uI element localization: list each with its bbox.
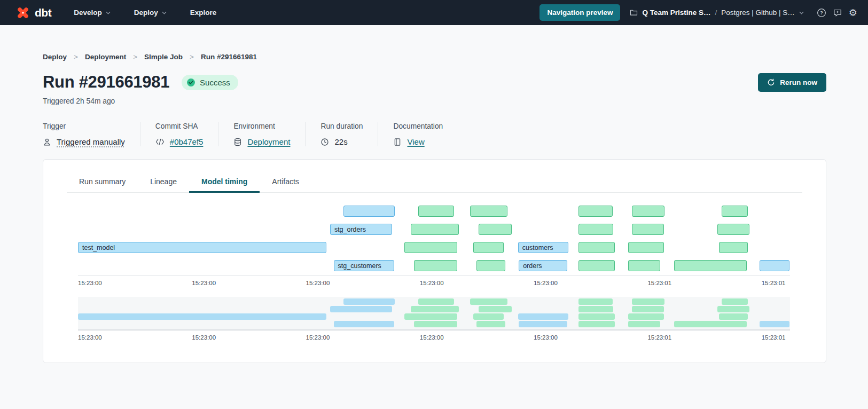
gantt-bar-test[interactable] — [628, 242, 664, 253]
rerun-now-button[interactable]: Rerun now — [758, 73, 826, 92]
model-timing-chart: stg_orderstest_modelcustomersstg_custome… — [78, 206, 790, 344]
gantt-bar-test[interactable] — [719, 242, 748, 253]
breadcrumb-item[interactable]: Deploy — [43, 53, 67, 61]
gantt-bar-test[interactable] — [479, 224, 511, 235]
menu-item-explore[interactable]: Explore — [190, 9, 217, 17]
gantt-bar-test[interactable] — [578, 260, 615, 271]
axis-tick-label: 15:23:00 — [192, 280, 216, 286]
axis-tick-label: 15:23:00 — [78, 334, 102, 341]
gantt-bar-test[interactable] — [632, 224, 664, 235]
breadcrumb-separator: > — [133, 53, 137, 61]
gantt-row-2: stg_orders — [78, 224, 790, 235]
gantt-bar-test[interactable] — [418, 206, 454, 217]
tab-model-timing[interactable]: Model timing — [189, 172, 260, 192]
minimap-bar-model — [330, 306, 392, 312]
gantt-bar-test[interactable] — [632, 206, 664, 217]
gantt-bar-test[interactable] — [628, 260, 660, 271]
tab-artifacts[interactable]: Artifacts — [260, 172, 311, 192]
axis-tick-label: 15:23:01 — [647, 334, 671, 341]
time-axis-minimap: 15:23:0015:23:0015:23:0015:23:0015:23:00… — [78, 331, 790, 344]
gantt-bar-test[interactable] — [578, 206, 613, 217]
rerun-now-label: Rerun now — [780, 78, 817, 86]
gantt-bar-customers[interactable]: customers — [518, 242, 569, 253]
brand-text: dbt — [35, 6, 51, 19]
minimap-bar-test — [414, 321, 457, 327]
minimap-bar-test — [628, 321, 660, 327]
minimap-bar-model — [518, 313, 569, 320]
minimap-bar-test — [674, 321, 747, 327]
run-detail-card: Run summaryLineageModel timingArtifacts … — [43, 159, 826, 363]
folder-icon — [630, 9, 638, 17]
minimap-bar-test — [411, 306, 459, 312]
refresh-icon — [767, 78, 775, 86]
tab-lineage[interactable]: Lineage — [138, 172, 189, 192]
meta-label: Trigger — [43, 122, 125, 130]
gantt-bar-orders[interactable]: orders — [519, 260, 567, 271]
meta-value-text: Triggered manually — [57, 137, 125, 146]
minimap-row-2 — [78, 306, 790, 312]
feedback-icon[interactable] — [833, 9, 842, 17]
timeline-minimap[interactable] — [78, 297, 790, 331]
time-axis-main: 15:23:0015:23:0015:23:0015:23:0015:23:00… — [78, 276, 790, 289]
gantt-bar-test[interactable] — [470, 206, 507, 217]
breadcrumb: Deploy>Deployment>SImple Job>Run #291661… — [43, 53, 826, 61]
database-icon — [233, 138, 242, 146]
clock-icon — [320, 138, 329, 146]
settings-gear-icon[interactable]: ⚙ — [849, 8, 857, 18]
gantt-bar-test[interactable] — [411, 224, 459, 235]
navigation-preview-button[interactable]: Navigation preview — [539, 4, 620, 21]
gantt-bar-test[interactable] — [674, 260, 747, 271]
axis-tick-label: 15:23:01 — [762, 334, 786, 341]
minimap-bar-test — [578, 298, 613, 305]
gantt-bar-test_model[interactable]: test_model — [78, 242, 326, 253]
gantt-bar-model[interactable] — [343, 206, 395, 217]
gantt-bar-test[interactable] — [578, 242, 615, 253]
gantt-bar-stg_orders[interactable]: stg_orders — [330, 224, 392, 235]
axis-tick-label: 15:23:00 — [192, 334, 216, 341]
minimap-bar-model — [519, 321, 567, 327]
top-navbar: dbt DevelopDeployExplore Navigation prev… — [0, 0, 868, 25]
meta-value-text[interactable]: #0b47ef5 — [170, 137, 204, 146]
minimap-bar-test — [578, 321, 615, 327]
gantt-bar-test[interactable] — [578, 224, 613, 235]
gantt-bar-test[interactable] — [473, 242, 504, 253]
gantt-bar-stg_customers[interactable]: stg_customers — [334, 260, 394, 271]
help-icon[interactable]: ? — [817, 8, 826, 18]
navbar-icons: ? ⚙ — [817, 8, 857, 18]
breadcrumb-separator: > — [74, 53, 78, 61]
minimap-bar-test — [578, 306, 613, 312]
breadcrumb-separator: > — [190, 53, 194, 61]
breadcrumb-item[interactable]: Deployment — [85, 53, 126, 61]
menu-item-deploy[interactable]: Deploy — [134, 9, 167, 17]
minimap-bar-test — [404, 313, 458, 320]
meta-value-text[interactable]: View — [407, 137, 424, 146]
gantt-bar-test[interactable] — [404, 242, 458, 253]
meta-value-text[interactable]: Deployment — [247, 137, 290, 146]
gantt-row-1 — [78, 206, 790, 217]
status-badge-label: Success — [200, 78, 230, 87]
axis-tick-label: 15:23:00 — [306, 280, 330, 286]
breadcrumb-item[interactable]: SImple Job — [144, 53, 183, 61]
minimap-bar-test — [632, 298, 664, 305]
meta-col-documentation: DocumentationView — [378, 122, 458, 146]
dbt-logo[interactable]: dbt — [16, 6, 51, 20]
chevron-down-icon — [106, 11, 111, 14]
menu-item-develop[interactable]: Develop — [74, 9, 111, 17]
gantt-bar-test[interactable] — [717, 224, 749, 235]
gantt-bar-test[interactable] — [414, 260, 457, 271]
minimap-bar-test — [470, 298, 507, 305]
minimap-bar-test — [473, 313, 504, 320]
minimap-bar-test — [479, 306, 511, 312]
gantt-bar-test[interactable] — [722, 206, 748, 217]
success-check-icon — [186, 78, 196, 87]
gantt-bar-test[interactable] — [476, 260, 505, 271]
minimap-bar-test — [717, 306, 749, 312]
tab-run-summary[interactable]: Run summary — [67, 172, 138, 192]
menu-item-label: Develop — [74, 9, 102, 17]
axis-tick-label: 15:23:00 — [534, 280, 558, 286]
minimap-bar-test — [628, 313, 664, 320]
breadcrumb-item: Run #291661981 — [201, 53, 257, 61]
gantt-bar-model[interactable] — [760, 260, 789, 271]
project-switcher[interactable]: Q Team Pristine S… / Postgres | Github |… — [630, 9, 803, 17]
run-meta-row: TriggerTriggered manuallyCommit SHA#0b47… — [43, 122, 826, 146]
